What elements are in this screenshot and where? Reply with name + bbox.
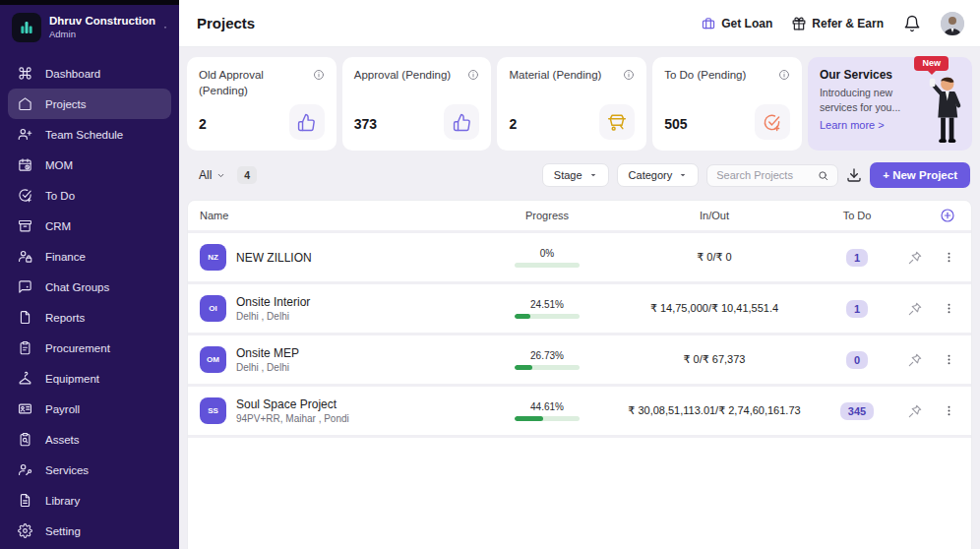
column-header-todo[interactable]: To Do (808, 210, 906, 221)
todo-count-badge[interactable]: 1 (846, 300, 868, 318)
salesman-illustration (925, 74, 962, 145)
services-promo-card[interactable]: New Our Services Introducing new service… (808, 57, 972, 151)
column-header-inout[interactable]: In/Out (621, 210, 808, 221)
column-header-progress[interactable]: Progress (473, 210, 621, 221)
stat-icon-box (289, 104, 325, 140)
sidebar-item-label: Finance (45, 251, 86, 263)
sidebar-item-chat-groups[interactable]: Chat Groups (8, 272, 171, 302)
material-cart-icon (607, 112, 627, 132)
progress-percent: 44.61% (530, 401, 564, 412)
all-filter-dropdown[interactable]: All (199, 168, 225, 182)
stat-icon-box (599, 104, 635, 140)
stat-value: 2 (509, 116, 517, 140)
sidebar-item-crm[interactable]: CRM (8, 211, 171, 241)
info-icon[interactable] (623, 69, 635, 81)
check-plus-icon (763, 113, 781, 132)
stat-card-old-approval[interactable]: Old Approval (Pending) 2 (187, 57, 337, 151)
sidebar-item-finance[interactable]: Finance (8, 241, 171, 272)
sidebar-item-projects[interactable]: Projects (8, 89, 171, 119)
info-icon[interactable] (778, 69, 790, 81)
search-input[interactable] (716, 169, 812, 181)
sidebar-item-reports[interactable]: Reports (8, 302, 171, 333)
stat-card-todo[interactable]: To Do (Pending) 505 (652, 57, 802, 151)
project-name[interactable]: Onsite MEP (236, 346, 299, 360)
add-column-icon[interactable] (940, 208, 955, 223)
pin-icon[interactable] (907, 403, 923, 419)
sidebar-item-library[interactable]: Library (8, 485, 171, 516)
services-desc-line1: Introducing new (820, 86, 900, 100)
sidebar-item-mom[interactable]: MOM (8, 150, 171, 180)
sidebar-item-label: Reports (45, 312, 85, 324)
info-icon[interactable] (313, 69, 325, 81)
progress-bar (515, 365, 580, 370)
archive-icon (18, 218, 32, 233)
brand-switcher[interactable]: Dhruv Construction Admin (0, 5, 179, 46)
stats-row: Old Approval (Pending) 2 Approval (Pendi… (187, 57, 972, 151)
home-icon (18, 96, 32, 111)
pin-icon[interactable] (907, 250, 923, 266)
stat-icon-box (755, 104, 790, 140)
sidebar-item-label: MOM (45, 159, 73, 171)
sidebar-item-setting[interactable]: Setting (8, 516, 171, 546)
calendar-clock-icon (18, 157, 32, 172)
row-menu-icon[interactable] (943, 404, 955, 417)
crane-icon (18, 371, 32, 386)
progress-percent: 0% (540, 248, 554, 259)
todo-count-badge[interactable]: 345 (840, 402, 874, 420)
notification-bell-button[interactable] (903, 15, 921, 32)
category-dropdown[interactable]: Category (617, 163, 700, 187)
todo-count-badge[interactable]: 0 (846, 351, 868, 369)
table-row[interactable]: OI Onsite Interior Delhi , Delhi 24.51% … (188, 284, 971, 333)
stat-card-material[interactable]: Material (Pending) 2 (497, 57, 646, 151)
sidebar-item-dashboard[interactable]: Dashboard (8, 58, 171, 89)
project-name[interactable]: NEW ZILLION (236, 251, 312, 265)
inout-amounts: ₹ 0/₹ 0 (621, 251, 808, 264)
table-row[interactable]: SS Soul Space Project 94PV+RR, Maihar , … (188, 387, 971, 435)
thumbs-up-icon (297, 113, 316, 132)
services-title: Our Services (820, 68, 900, 82)
sidebar-item-payroll[interactable]: Payroll (8, 394, 171, 424)
sidebar-item-procurement[interactable]: Procurement (8, 333, 171, 363)
sidebar-item-label: Library (45, 495, 80, 507)
export-download-button[interactable] (846, 167, 862, 183)
refer-earn-button[interactable]: Refer & Earn (792, 17, 884, 30)
info-icon[interactable] (467, 69, 479, 81)
user-avatar[interactable] (941, 12, 964, 35)
search-icon[interactable] (818, 169, 828, 182)
pin-icon[interactable] (907, 301, 923, 317)
stat-card-approval[interactable]: Approval (Pending) 373 (342, 57, 492, 151)
chevron-down-icon (216, 171, 225, 180)
new-project-button[interactable]: + New Project (870, 162, 970, 188)
inout-amounts: ₹ 30,08,51,113.01/₹ 2,74,60,161.73 (621, 404, 808, 417)
services-desc-line2: services for you... (820, 100, 900, 115)
clipboard-list-icon (18, 340, 32, 355)
sidebar-item-label: Setting (45, 525, 81, 537)
sidebar-item-to-do[interactable]: To Do (8, 180, 171, 211)
get-loan-button[interactable]: Get Loan (702, 17, 772, 30)
user-role: Admin (49, 29, 155, 40)
sidebar-item-equipment[interactable]: Equipment (8, 363, 171, 394)
project-name[interactable]: Onsite Interior (236, 295, 310, 309)
table-row[interactable]: OM Onsite MEP Delhi , Delhi 26.73% ₹ 0/₹… (188, 336, 971, 384)
sidebar-item-services[interactable]: Services (8, 455, 171, 485)
todo-count-badge[interactable]: 1 (846, 249, 868, 267)
project-name[interactable]: Soul Space Project (236, 397, 349, 411)
learn-more-link[interactable]: Learn more > (820, 119, 885, 131)
avatar-photo (941, 12, 964, 35)
sidebar-item-team-schedule[interactable]: Team Schedule (8, 119, 171, 150)
column-header-name[interactable]: Name (188, 210, 473, 221)
user-plus-icon (18, 127, 32, 142)
sidebar-item-assets[interactable]: Assets (8, 424, 171, 455)
stage-dropdown[interactable]: Stage (542, 163, 609, 187)
progress-percent: 26.73% (530, 350, 564, 361)
check-circle-icon (18, 188, 32, 203)
sidebar-item-label: Team Schedule (45, 129, 123, 141)
search-box (706, 164, 838, 187)
table-row[interactable]: NZ NEW ZILLION 0% ₹ 0/₹ 0 1 (188, 233, 971, 281)
building-logo-icon (18, 19, 35, 36)
row-menu-icon[interactable] (943, 251, 955, 264)
caret-down-icon (679, 171, 687, 179)
row-menu-icon[interactable] (943, 353, 955, 366)
row-menu-icon[interactable] (943, 302, 955, 315)
pin-icon[interactable] (907, 352, 923, 368)
